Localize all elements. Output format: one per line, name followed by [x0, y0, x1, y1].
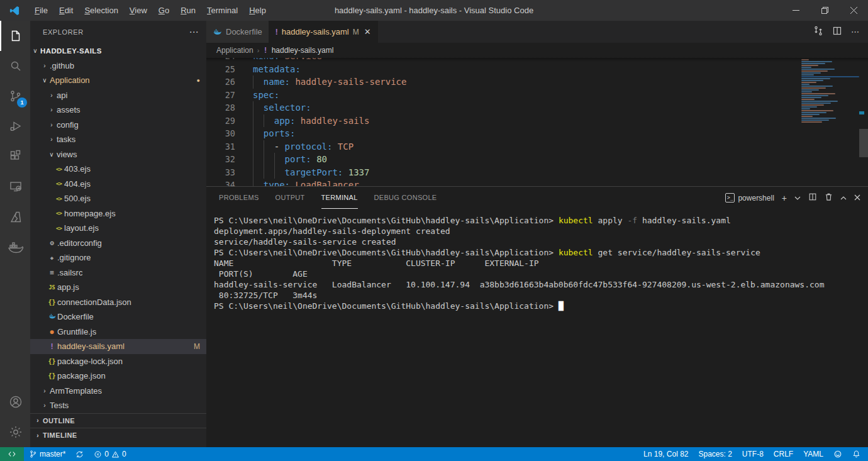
explorer-more-actions-icon[interactable]: ⋯	[189, 26, 199, 38]
language-mode[interactable]: YAML	[798, 447, 828, 461]
minimap[interactable]	[801, 59, 859, 123]
open-changes-icon[interactable]	[813, 26, 823, 38]
run-debug-icon[interactable]	[0, 111, 30, 142]
code-editor[interactable]: 24kind: Service25metadata:26 name: haddl…	[206, 58, 868, 186]
azure-icon[interactable]	[0, 202, 30, 232]
more-actions-icon[interactable]: ⋯	[851, 27, 859, 36]
tree-folder-tests[interactable]: ›Tests	[30, 398, 206, 413]
explorer-icon[interactable]	[0, 21, 30, 51]
scrollbar-thumb[interactable]	[859, 129, 868, 157]
tree-folder-armtemplates[interactable]: ›ArmTemplates	[30, 384, 206, 399]
timeline-section[interactable]: › TIMELINE	[30, 428, 206, 443]
tree-root-folder[interactable]: ∨ HADDLEY-SAILS	[30, 43, 206, 58]
editor-tab-bar: Dockerfile ! haddley-sails.yaml M ✕ ⋯	[206, 21, 868, 43]
remote-explorer-icon[interactable]	[0, 172, 30, 202]
code-line: 30 ports:	[206, 127, 868, 140]
menu-item-go[interactable]: Go	[153, 0, 175, 21]
chevron-right-icon: ›	[47, 106, 57, 113]
breadcrumb-folder[interactable]: Application	[216, 46, 253, 55]
outline-section[interactable]: › OUTLINE	[30, 413, 206, 428]
eol-setting[interactable]: CRLF	[769, 447, 798, 461]
split-editor-icon[interactable]	[832, 26, 842, 38]
editor-scrollbar[interactable]	[859, 58, 868, 186]
minimap-line	[801, 112, 826, 113]
menu-item-run[interactable]: Run	[175, 0, 201, 21]
restore-button[interactable]	[810, 0, 839, 21]
line-number: 24	[206, 58, 235, 61]
settings-gear-icon[interactable]	[0, 417, 30, 447]
panel-tab-problems[interactable]: PROBLEMS	[219, 187, 259, 209]
encoding-setting[interactable]: UTF-8	[737, 447, 769, 461]
menu-item-terminal[interactable]: Terminal	[201, 0, 243, 21]
code-token: spec:	[253, 90, 279, 100]
minimap-line	[801, 65, 818, 66]
tree-folder-config[interactable]: ›config	[30, 118, 206, 133]
maximize-panel-icon[interactable]	[840, 193, 847, 203]
grunt-file-icon: ●	[47, 328, 57, 335]
remote-indicator[interactable]	[0, 447, 24, 461]
close-panel-icon[interactable]	[854, 193, 860, 203]
feedback-button[interactable]	[828, 447, 847, 461]
minimize-button[interactable]	[781, 0, 810, 21]
minimap-line	[801, 121, 822, 123]
tree-file-gruntfile-js[interactable]: ●Gruntfile.js	[30, 325, 206, 340]
docker-file-icon	[47, 312, 57, 321]
tree-file-app-js[interactable]: JSapp.js	[30, 280, 206, 295]
minimap-line	[801, 80, 823, 81]
tree-file-500-ejs[interactable]: <>500.ejs	[30, 191, 206, 206]
tree-folder-views[interactable]: ∨views	[30, 147, 206, 162]
kill-terminal-icon[interactable]	[825, 192, 833, 203]
terminal-line: PORT(S) AGE	[214, 269, 868, 279]
tree-file-package-json[interactable]: {}package.json	[30, 369, 206, 384]
branch-indicator[interactable]: master*	[24, 447, 70, 461]
tab-haddley-sails-yaml[interactable]: ! haddley-sails.yaml M ✕	[269, 21, 378, 43]
code-line: 31 - protocol: TCP	[206, 140, 868, 153]
tree-folder-api[interactable]: ›api	[30, 88, 206, 103]
tree-item-label: views	[57, 150, 77, 159]
tree-file-homepage-ejs[interactable]: <>homepage.ejs	[30, 206, 206, 221]
git-modified-badge: M	[194, 342, 200, 351]
chevron-down-icon[interactable]	[794, 193, 801, 203]
tree-file-layout-ejs[interactable]: <>layout.ejs	[30, 221, 206, 236]
menu-item-selection[interactable]: Selection	[79, 0, 123, 21]
terminal-output[interactable]: PS C:\Users\neil\OneDrive\Documents\GitH…	[206, 209, 868, 447]
close-button[interactable]	[839, 0, 868, 21]
extensions-icon[interactable]	[0, 142, 30, 172]
close-tab-icon[interactable]: ✕	[364, 27, 371, 36]
tree-file--gitignore[interactable]: ◆.gitignore	[30, 250, 206, 265]
notifications-button[interactable]	[847, 447, 868, 461]
menu-item-help[interactable]: Help	[243, 0, 272, 21]
tree-file-dockerfile[interactable]: Dockerfile	[30, 309, 206, 325]
cursor-position[interactable]: Ln 19, Col 82	[638, 447, 693, 461]
indentation-setting[interactable]: Spaces: 2	[693, 447, 737, 461]
panel-tab-debug-console[interactable]: DEBUG CONSOLE	[374, 187, 437, 209]
split-terminal-icon[interactable]	[808, 192, 817, 203]
tree-file--sailsrc[interactable]: ≡.sailsrc	[30, 265, 206, 280]
panel-tab-output[interactable]: OUTPUT	[275, 187, 305, 209]
tree-folder-tasks[interactable]: ›tasks	[30, 132, 206, 147]
tree-file--editorconfig[interactable]: ⚙.editorconfig	[30, 236, 206, 251]
tree-file-403-ejs[interactable]: <>403.ejs	[30, 162, 206, 177]
menu-item-view[interactable]: View	[124, 0, 153, 21]
new-terminal-icon[interactable]: +	[782, 194, 787, 203]
tree-folder-assets[interactable]: ›assets	[30, 103, 206, 118]
tree-file-404-ejs[interactable]: <>404.ejs	[30, 177, 206, 192]
problems-indicator[interactable]: 0 0	[89, 447, 131, 461]
shell-selector[interactable]: >_ powershell	[725, 193, 774, 203]
breadcrumb-file[interactable]: haddley-sails.yaml	[272, 46, 334, 55]
tree-file-connectiondata-json[interactable]: {}connectionData.json	[30, 295, 206, 310]
panel-tab-terminal[interactable]: TERMINAL	[321, 187, 358, 209]
tab-dockerfile[interactable]: Dockerfile	[206, 21, 269, 43]
tree-item-label: .sailsrc	[57, 268, 82, 277]
tree-file-haddley-sails-yaml[interactable]: !haddley-sails.yamlM	[30, 339, 206, 354]
docker-icon[interactable]	[0, 232, 30, 262]
sync-button[interactable]	[70, 447, 89, 461]
source-control-icon[interactable]: 1	[0, 81, 30, 111]
search-icon[interactable]	[0, 51, 30, 81]
tree-folder-application[interactable]: ∨Application●	[30, 73, 206, 88]
accounts-icon[interactable]	[0, 387, 30, 417]
menu-item-edit[interactable]: Edit	[53, 0, 79, 21]
menu-item-file[interactable]: File	[29, 0, 53, 21]
tree-file-package-lock-json[interactable]: {}package-lock.json	[30, 354, 206, 369]
tree-folder--github[interactable]: ›.github	[30, 58, 206, 74]
